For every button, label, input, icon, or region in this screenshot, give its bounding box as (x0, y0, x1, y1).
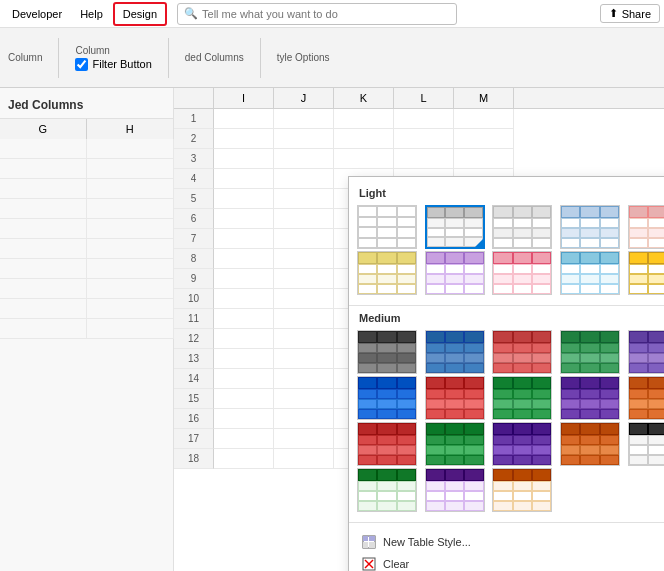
grid-cell (394, 149, 454, 169)
style-light-gold1[interactable] (628, 251, 664, 295)
grid-cell (394, 129, 454, 149)
grid-cell (274, 169, 334, 189)
clear-label: Clear (383, 558, 409, 570)
grid-cell (274, 429, 334, 449)
filter-checkbox-input[interactable] (75, 58, 88, 71)
style-medium-orange2[interactable] (628, 376, 664, 420)
grid-cell (274, 209, 334, 229)
grid-cell (454, 129, 514, 149)
style-light-blue1[interactable] (560, 205, 620, 249)
medium-styles-grid (349, 330, 664, 518)
left-grid-cell (87, 139, 174, 159)
ribbon: Column Column Filter Button ded Columns … (0, 28, 664, 88)
light-section-label: Light (349, 185, 664, 205)
menu-developer[interactable]: Developer (4, 4, 70, 24)
svg-rect-1 (363, 536, 368, 541)
style-cell-none[interactable] (357, 205, 417, 249)
ribbon-group-style: tyle Options (277, 52, 330, 63)
style-light-pink1[interactable] (492, 251, 552, 295)
grid-cell (274, 309, 334, 329)
style-medium-purple4[interactable] (425, 468, 485, 512)
style-medium-dark1[interactable] (357, 330, 417, 374)
light-styles-grid (349, 205, 664, 301)
share-button[interactable]: ⬆ Share (600, 4, 660, 23)
style-medium-dark4[interactable] (628, 422, 664, 466)
menu-design[interactable]: Design (113, 2, 167, 26)
medium-section-label: Medium (349, 310, 664, 330)
ribbon-column2-label: Column (75, 45, 151, 56)
row-header: 11 (174, 309, 214, 329)
row-header: 13 (174, 349, 214, 369)
style-medium-red1[interactable] (492, 330, 552, 374)
style-medium-green3[interactable] (425, 422, 485, 466)
style-medium-blue1[interactable] (425, 330, 485, 374)
share-label: Share (622, 8, 651, 20)
grid-cell (334, 129, 394, 149)
row-header: 6 (174, 209, 214, 229)
left-grid-cell (0, 259, 87, 279)
style-medium-red3[interactable] (357, 422, 417, 466)
grid-cell (274, 349, 334, 369)
left-grid-cell (0, 319, 87, 339)
table-styles-dropdown: Light (348, 176, 664, 571)
style-medium-green4[interactable] (357, 468, 417, 512)
style-medium-blue2[interactable] (357, 376, 417, 420)
style-light-yellow1[interactable] (357, 251, 417, 295)
ribbon-column1-label: Column (8, 52, 42, 63)
style-light-purple1[interactable] (425, 251, 485, 295)
svg-rect-3 (363, 542, 368, 548)
ribbon-style-label: tyle Options (277, 52, 330, 63)
left-grid-cell (87, 179, 174, 199)
new-table-style-action[interactable]: New Table Style... (357, 531, 664, 553)
new-table-style-icon (361, 534, 377, 550)
left-grid-cell (87, 319, 174, 339)
menu-bar: Developer Help Design 🔍 ⬆ Share (0, 0, 664, 28)
style-medium-green2[interactable] (492, 376, 552, 420)
left-grid-cell (0, 299, 87, 319)
grid-cell (274, 449, 334, 469)
left-grid-cell (87, 239, 174, 259)
style-medium-purple3[interactable] (492, 422, 552, 466)
row-header: 16 (174, 409, 214, 429)
row-header: 18 (174, 449, 214, 469)
section-divider2 (349, 522, 664, 523)
filter-checkbox-label: Filter Button (92, 58, 151, 70)
grid-cell (274, 289, 334, 309)
style-medium-orange4[interactable] (492, 468, 552, 512)
grid-cell (274, 149, 334, 169)
left-grid-cell (0, 219, 87, 239)
style-light-cyan1[interactable] (560, 251, 620, 295)
col-header-h: H (87, 119, 174, 139)
search-bar[interactable]: 🔍 (177, 3, 457, 25)
menu-help[interactable]: Help (72, 4, 111, 24)
grid-cell (274, 329, 334, 349)
ribbon-group-banded: ded Columns (185, 52, 244, 63)
grid-cell (274, 129, 334, 149)
style-medium-purple2[interactable] (560, 376, 620, 420)
row-header: 10 (174, 289, 214, 309)
grid-cell (274, 389, 334, 409)
grid-cell (214, 269, 274, 289)
ribbon-divider3 (260, 38, 261, 78)
svg-rect-4 (369, 542, 375, 548)
left-grid-cell (0, 159, 87, 179)
clear-action[interactable]: Clear (357, 553, 664, 571)
style-light-2[interactable] (492, 205, 552, 249)
row-header: 5 (174, 189, 214, 209)
grid-cell (454, 149, 514, 169)
left-grid-cell (0, 199, 87, 219)
search-input[interactable] (202, 8, 450, 20)
style-cell-light-selected[interactable] (425, 205, 485, 249)
filter-button-checkbox[interactable]: Filter Button (75, 58, 151, 71)
style-medium-green1[interactable] (560, 330, 620, 374)
left-grid-cell (87, 279, 174, 299)
grid-cell (214, 309, 274, 329)
style-medium-red2[interactable] (425, 376, 485, 420)
grid-cell (274, 409, 334, 429)
grid-cell (214, 349, 274, 369)
share-icon: ⬆ (609, 7, 618, 20)
style-medium-orange3[interactable] (560, 422, 620, 466)
style-medium-purple1[interactable] (628, 330, 664, 374)
clear-icon (361, 556, 377, 571)
style-light-red1[interactable] (628, 205, 664, 249)
